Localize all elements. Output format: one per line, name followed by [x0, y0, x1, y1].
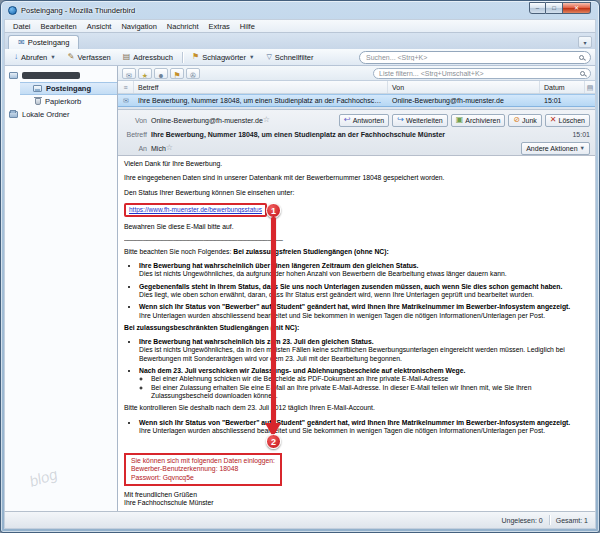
- maximize-button[interactable]: □: [546, 2, 563, 14]
- body-paragraph: https://www.fh-muenster.de/bewerbungssta…: [124, 203, 588, 217]
- close-icon: ✕: [574, 5, 579, 11]
- window-title: Posteingang - Mozilla Thunderbird: [21, 6, 135, 15]
- filter-attachment-button[interactable]: [186, 68, 200, 79]
- other-actions-label: Andere Aktionen: [526, 145, 577, 152]
- bullet-lead: Ihre Bewerbung hat wahrscheinlich über e…: [139, 262, 588, 270]
- tab-posteingang[interactable]: Posteingang: [8, 35, 79, 49]
- column-header-datum[interactable]: Datum: [540, 81, 585, 93]
- sidebar-item-papierkorb[interactable]: Papierkorb: [20, 95, 117, 108]
- menu-navigation[interactable]: Navigation: [116, 21, 161, 32]
- archive-label: Archivieren: [465, 117, 500, 124]
- tags-button[interactable]: Schlagwörter ▼: [187, 51, 259, 64]
- bullet-item: Wenn sich Ihr Status von "Bewerber" auf …: [139, 303, 588, 320]
- status-bar: Ungelesen: 0 Gesamt: 1: [4, 511, 596, 529]
- sub-bullet-item: Bei einer Ablehnung schicken wir die Bes…: [151, 375, 588, 383]
- menu-bearbeiten[interactable]: Bearbeiten: [36, 21, 82, 32]
- body-paragraph: Den Status Ihrer Bewerbung können Sie ei…: [124, 189, 588, 197]
- title-bar: Posteingang - Mozilla Thunderbird – □ ✕: [1, 2, 599, 19]
- star-recipient-icon[interactable]: [166, 144, 173, 152]
- menu-datei[interactable]: Datei: [8, 21, 36, 32]
- thread-column-header[interactable]: [118, 81, 134, 93]
- tab-list-button[interactable]: ▾: [578, 36, 592, 48]
- chevron-down-icon[interactable]: ▼: [50, 54, 55, 60]
- junk-button[interactable]: Junk: [508, 114, 542, 127]
- menu-ansicht[interactable]: Ansicht: [82, 21, 117, 32]
- reply-button[interactable]: Antworten: [339, 114, 389, 127]
- forward-button[interactable]: Weiterleiten: [392, 114, 448, 127]
- sidebar-item-account[interactable]: [5, 69, 117, 82]
- menu-nachricht[interactable]: Nachricht: [162, 21, 204, 32]
- message-header-pane: Von Online-Bewerbung@fh-muenster.de Antw…: [118, 110, 595, 156]
- star-sender-icon[interactable]: [263, 116, 270, 124]
- quick-filter-button[interactable]: Schnellfilter: [261, 51, 318, 64]
- menu-extras[interactable]: Extras: [204, 21, 235, 32]
- body-paragraph: Bewahren Sie diese E-Mail bitte auf.: [124, 223, 588, 231]
- filter-starred-button[interactable]: [138, 68, 152, 79]
- bullet-rest: Dies liegt, wie oben schon erwähnt, dara…: [139, 291, 588, 299]
- body-paragraph: Bitte beachten Sie noch Folgendes: Bei z…: [124, 248, 588, 256]
- app-window: Posteingang - Mozilla Thunderbird – □ ✕ …: [0, 0, 600, 533]
- columns-icon: [587, 84, 594, 91]
- chevron-down-icon[interactable]: ▼: [249, 54, 254, 60]
- to-value[interactable]: Mich: [151, 145, 166, 152]
- address-book-icon: [123, 53, 131, 61]
- tag-icon: [173, 65, 180, 81]
- bullet-list-nc: Ihre Bewerbung hat wahrscheinlich bis zu…: [139, 338, 588, 400]
- search-icon[interactable]: [579, 55, 584, 60]
- tab-label: Posteingang: [28, 38, 70, 47]
- closing-line: Ihre Fachhochschule Münster: [124, 499, 588, 507]
- mail-tab-icon: [18, 39, 25, 47]
- menu-hilfe[interactable]: Hilfe: [235, 21, 260, 32]
- caption-buttons: – □ ✕: [529, 2, 591, 14]
- global-search-input[interactable]: [366, 54, 575, 61]
- status-link[interactable]: https://www.fh-muenster.de/bewerbungssta…: [129, 206, 262, 213]
- global-search-box: [359, 51, 591, 64]
- bullet-item: Nach dem 23. Juli verschicken wir Zulass…: [139, 367, 588, 400]
- sidebar-item-posteingang[interactable]: Posteingang: [20, 82, 117, 95]
- body-paragraph: Ihre eingegebenen Daten sind in unserer …: [124, 174, 588, 182]
- chevron-down-icon: ▼: [580, 145, 585, 151]
- text-divider: ________________________________________…: [124, 233, 588, 241]
- minimize-button[interactable]: –: [529, 2, 546, 14]
- bullet-lead: Nach dem 23. Juli verschicken wir Zulass…: [139, 367, 588, 375]
- trash-icon: [35, 98, 41, 105]
- column-header-betreff[interactable]: Betreff: [134, 81, 388, 93]
- to-label: An: [123, 145, 147, 152]
- sidebar-item-lokale-ordner[interactable]: Lokale Ordner: [5, 108, 117, 121]
- message-time: 15:01: [572, 131, 590, 138]
- body-paragraph: Vielen Dank für Ihre Bewerbung.: [124, 160, 588, 168]
- bullet-lead: Gegebenenfalls steht in Ihrem Status, da…: [139, 283, 588, 291]
- address-book-button[interactable]: Adressbuch: [118, 51, 178, 64]
- get-mail-button[interactable]: Abrufen ▼: [9, 51, 61, 64]
- forward-label: Weiterleiten: [406, 117, 443, 124]
- compose-icon: [68, 53, 75, 61]
- filter-tag-button[interactable]: [170, 68, 184, 79]
- search-icon: [580, 71, 585, 76]
- message-status-icon: [118, 95, 134, 106]
- annotation-box-2-credentials: Sie können sich mit folgenden Daten einl…: [124, 453, 282, 486]
- filter-unread-button[interactable]: [122, 68, 136, 79]
- tab-bar: Posteingang ▾: [4, 33, 596, 49]
- tags-label: Schlagwörter: [202, 53, 246, 62]
- free-heading: Bei zulassungsfreien Studiengängen (ohne…: [233, 248, 389, 255]
- account-icon: [9, 72, 18, 79]
- compose-button[interactable]: Verfassen: [63, 51, 116, 64]
- inbox-label: Posteingang: [46, 84, 91, 93]
- delete-button[interactable]: Löschen: [545, 114, 590, 127]
- close-button[interactable]: ✕: [563, 2, 591, 14]
- list-filter-input[interactable]: [379, 70, 577, 77]
- forward-icon: [397, 116, 404, 124]
- other-actions-button[interactable]: Andere Aktionen▼: [521, 142, 590, 155]
- column-picker-button[interactable]: [585, 81, 595, 93]
- column-header-von[interactable]: Von: [388, 81, 540, 93]
- get-mail-icon: [14, 53, 18, 61]
- message-body-text: Vielen Dank für Ihre Bewerbung. Ihre ein…: [124, 160, 588, 508]
- tag-icon: [192, 53, 199, 61]
- subject-label: Betreff: [123, 131, 147, 138]
- bullet-item: Gegebenenfalls steht in Ihrem Status, da…: [139, 283, 588, 300]
- filter-contact-button[interactable]: [154, 68, 168, 79]
- thread-icon: [123, 84, 127, 91]
- archive-button[interactable]: Archivieren: [451, 114, 506, 127]
- from-value[interactable]: Online-Bewerbung@fh-muenster.de: [151, 117, 263, 124]
- message-list-row[interactable]: Ihre Bewerbung, Nummer 18048, um einen S…: [118, 94, 595, 107]
